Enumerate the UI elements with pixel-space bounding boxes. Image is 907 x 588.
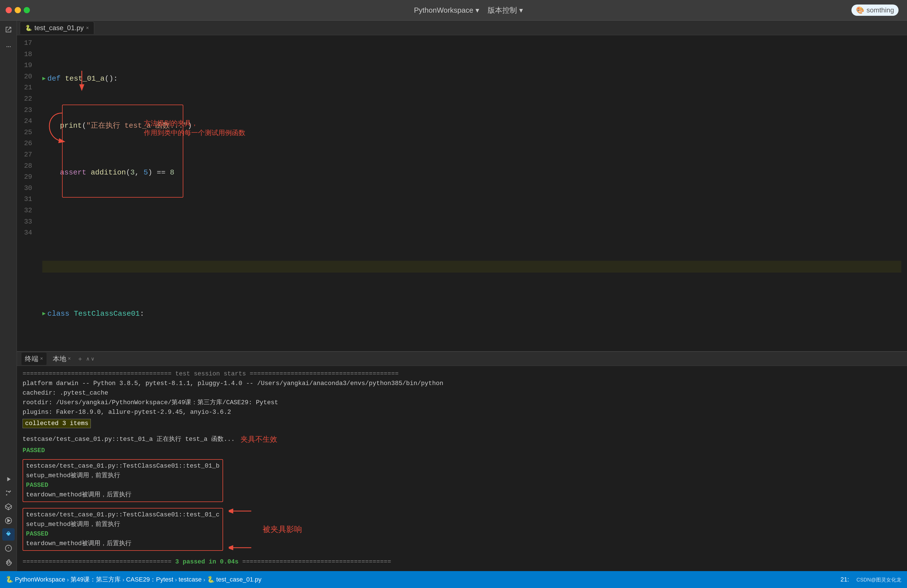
annotation-box-methods: [62, 105, 183, 198]
code-line-21: [42, 261, 901, 273]
terminal-add-button[interactable]: ＋: [77, 355, 83, 363]
terminal-local-label: 本地: [53, 354, 66, 363]
status-time: 21:: [840, 576, 849, 583]
annotation-fixture-effective: 被夹具影响: [263, 524, 302, 535]
main-container: ··· 🐍 test_case_01.py: [0, 21, 907, 571]
workspace-chevron: ▾: [476, 6, 479, 14]
editor-area: 🐍 test_case_01.py × 17 18 19 20 21 22: [17, 21, 907, 571]
titlebar-center: PythonWorkspace ▾ 版本控制 ▾: [35, 5, 901, 15]
term-summary: ========================================…: [22, 557, 901, 567]
breadcrumb-sep-1: ›: [67, 577, 69, 583]
code-lines: 17 18 19 20 21 22 23 24 25 26 27 28 29 3…: [17, 35, 907, 351]
tab-test-case[interactable]: 🐍 test_case_01.py ×: [20, 21, 94, 34]
term-cachedir: cachedir: .pytest_cache: [22, 388, 901, 398]
code-wrapper: 17 18 19 20 21 22 23 24 25 26 27 28 29 3…: [17, 35, 907, 351]
term-passed-01c: PASSED: [26, 529, 220, 539]
term-session-start: ========================================…: [22, 369, 901, 379]
term-teardown-01b: teardown_method被调用，后置执行: [26, 490, 220, 500]
maximize-button[interactable]: [24, 7, 30, 13]
breadcrumb: 🐍 PythonWorkspace › 第49课：第三方库 › CASE29：P…: [6, 575, 261, 584]
sidebar-icon-explorer[interactable]: [2, 23, 14, 36]
minimize-button[interactable]: [14, 7, 21, 13]
sidebar-icon-debug[interactable]: [2, 528, 14, 541]
test-01a-line: testcase/test_case_01.py::test_01_a 正在执行…: [22, 434, 901, 445]
terminal-local-close[interactable]: ×: [68, 356, 71, 362]
term-setup-01c: setup_method被调用，前置执行: [26, 520, 220, 529]
terminal-tab-local[interactable]: 本地 ×: [50, 353, 74, 365]
code-line-22: ▶ class TestClassCase01:: [42, 308, 901, 320]
sidebar-icon-play[interactable]: [2, 514, 14, 527]
svg-point-2: [10, 491, 11, 492]
annotation-fixture-ineffective: 夹具不生效: [240, 434, 277, 445]
sidebar-icon-git[interactable]: [2, 487, 14, 499]
run-btn-17[interactable]: ▶: [42, 73, 46, 85]
term-passed-01a: PASSED: [22, 446, 901, 455]
breadcrumb-case: CASE29：Pytest: [126, 575, 173, 584]
sidebar-icon-run[interactable]: [2, 473, 14, 486]
terminal-content[interactable]: ========================================…: [17, 366, 907, 571]
sidebar-icon-dots[interactable]: ···: [2, 40, 14, 53]
svg-point-0: [6, 491, 7, 492]
breadcrumb-testcase: testcase: [178, 576, 202, 583]
code-editor: 17 18 19 20 21 22 23 24 25 26 27 28 29 3…: [17, 35, 907, 351]
breadcrumb-sep-4: ›: [204, 577, 205, 583]
test-01c-box: testcase/test_case_01.py::TestClassCase0…: [22, 508, 223, 551]
term-test-01c-header: testcase/test_case_01.py::TestClassCase0…: [26, 510, 220, 520]
collected-items-line: collected 3 items: [22, 419, 901, 428]
line-numbers: 17 18 19 20 21 22 23 24 25 26 27 28 29 3…: [17, 35, 37, 351]
arrow-to-01b: [229, 505, 257, 528]
arrow-to-01c: [229, 531, 257, 553]
term-test-01a: testcase/test_case_01.py::test_01_a 正在执行…: [22, 435, 235, 444]
close-button[interactable]: [6, 7, 12, 13]
term-platform: platform darwin -- Python 3.8.5, pytest-…: [22, 379, 901, 388]
term-plugins: plugins: Faker-18.9.0, allure-pytest-2.9…: [22, 407, 901, 417]
sidebar-icon-settings[interactable]: [2, 556, 14, 568]
term-rootdir: rootdir: /Users/yangkai/PythonWorkspace/…: [22, 398, 901, 407]
curved-arrow-svg: [40, 105, 73, 161]
somthing-badge: 🎨 somthing: [851, 5, 899, 16]
code-line-18: print("正在执行 test_a 函数..."): [42, 120, 901, 132]
terminal-tab-label: 终端: [25, 354, 38, 363]
breadcrumb-sep-3: ›: [175, 577, 177, 583]
titlebar: PythonWorkspace ▾ 版本控制 ▾ 🎨 somthing: [0, 0, 907, 21]
somthing-label: somthing: [867, 6, 894, 14]
terminal-arrows[interactable]: ∧ ∨: [86, 356, 95, 362]
sidebar: ···: [0, 21, 17, 571]
test-01b-section: testcase/test_case_01.py::TestClassCase0…: [22, 458, 223, 503]
sidebar-icon-layers[interactable]: [2, 501, 14, 513]
tab-close-button[interactable]: ×: [86, 25, 89, 31]
version-control-chevron: ▾: [519, 6, 523, 14]
code-line-17: ▶ def test_01_a():: [42, 73, 901, 85]
version-control-label: 版本控制: [488, 5, 517, 15]
titlebar-right: 🎨 somthing: [851, 5, 899, 16]
tab-file-icon: 🐍: [25, 24, 32, 31]
arrows-group: [229, 505, 257, 553]
tab-filename: test_case_01.py: [34, 24, 84, 32]
code-content[interactable]: ▶ def test_01_a(): print("正在执行 test_a 函数…: [37, 35, 907, 351]
workspace-name[interactable]: PythonWorkspace ▾: [414, 6, 479, 14]
terminal-close-icon[interactable]: ×: [40, 356, 43, 362]
somthing-icon: 🎨: [856, 6, 864, 14]
traffic-lights: [6, 7, 30, 13]
code-line-20: [42, 214, 901, 225]
term-teardown-01c: teardown_method被调用，后置执行: [26, 539, 220, 548]
breadcrumb-workspace: PythonWorkspace: [15, 576, 65, 583]
term-passed-01b: PASSED: [26, 481, 220, 490]
workspace-label: PythonWorkspace: [414, 6, 474, 14]
status-source: CSDN@图灵女化龙: [857, 577, 901, 583]
terminal-panel: 终端 × 本地 × ＋ ∧ ∨ ========================…: [17, 351, 907, 571]
breadcrumb-lesson: 第49课：第三方库: [71, 575, 121, 584]
sidebar-icon-info[interactable]: [2, 542, 14, 554]
run-btn-22[interactable]: ▶: [42, 308, 46, 320]
terminal-arrow-up[interactable]: ∧: [86, 356, 90, 362]
collected-items-badge: collected 3 items: [22, 419, 91, 428]
terminal-tab-terminal[interactable]: 终端 ×: [21, 353, 46, 365]
tab-bar: 🐍 test_case_01.py ×: [17, 21, 907, 35]
breadcrumb-icon-python: 🐍: [6, 576, 13, 583]
breadcrumb-icon-file: 🐍: [207, 576, 215, 583]
terminal-arrow-down[interactable]: ∨: [91, 356, 95, 362]
version-control[interactable]: 版本控制 ▾: [488, 5, 523, 15]
code-line-19: assert addition(3, 5) == 8: [42, 166, 901, 179]
breadcrumb-filename: test_case_01.py: [216, 576, 261, 583]
status-right: 21: CSDN@图灵女化龙: [840, 576, 901, 583]
